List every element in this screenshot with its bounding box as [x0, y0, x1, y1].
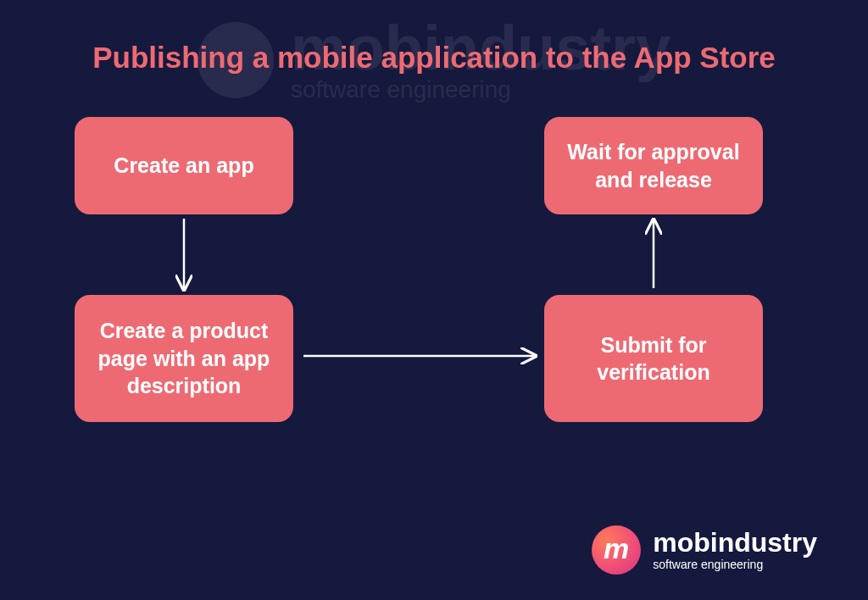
- brand-logo-glyph: m: [604, 532, 629, 565]
- page-title: Publishing a mobile application to the A…: [92, 41, 776, 75]
- step-label: Create an app: [114, 152, 253, 180]
- watermark-brand-tagline: software engineering: [291, 76, 670, 103]
- brand-tagline: software engineering: [653, 558, 817, 571]
- brand-footer: m mobindustry software engineering: [592, 525, 817, 575]
- brand-logo-icon: m: [592, 525, 641, 575]
- step-create-app: Create an app: [75, 117, 293, 214]
- brand-name: mobindustry: [653, 529, 817, 556]
- step-label: Submit for verification: [561, 331, 746, 386]
- step-submit-verification: Submit for verification: [544, 295, 763, 422]
- step-wait-approval: Wait for approval and release: [544, 117, 763, 214]
- step-label: Create a product page with an app descri…: [92, 317, 276, 400]
- step-label: Wait for approval and release: [561, 138, 746, 193]
- step-product-page: Create a product page with an app descri…: [75, 295, 293, 422]
